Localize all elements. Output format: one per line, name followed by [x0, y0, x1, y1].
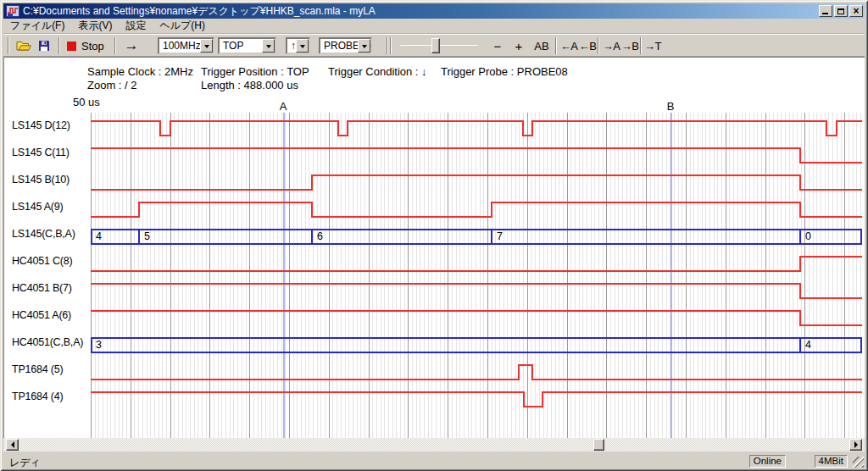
menu-item[interactable]: ヘルプ(H): [153, 18, 212, 34]
bus-value: 4: [96, 230, 102, 242]
stop-button[interactable]: Stop: [65, 36, 111, 55]
stop-label: Stop: [81, 40, 104, 53]
bus-value: 6: [317, 230, 323, 242]
bus-value: 0: [805, 230, 811, 242]
channel-label-column: LS145 D(12)LS145 C(11)LS145 B(10)LS145 A…: [3, 113, 91, 438]
maximize-button[interactable]: [834, 5, 848, 17]
trigger-position-info: Trigger Position : TOP: [201, 65, 309, 78]
status-ready-text: レディ: [9, 456, 41, 470]
toolbar-separator: [555, 37, 557, 54]
waveform-panel: Sample Clock : 2MHz Trigger Position : T…: [3, 57, 865, 438]
toolbar-separator: [390, 37, 392, 54]
arrow-left-icon: [8, 441, 14, 448]
goto-trigger-button[interactable]: →T: [643, 36, 662, 55]
channel-label[interactable]: HC4051 C(8): [12, 255, 72, 267]
toolbar-separator: [58, 37, 60, 54]
waveform-svg[interactable]: 4567034: [91, 113, 862, 438]
resize-grip[interactable]: [853, 457, 864, 468]
zoom-info: Zoom : / 2: [87, 79, 137, 91]
chevron-down-icon: [266, 45, 271, 51]
bus-value: 7: [497, 230, 503, 242]
close-icon: ×: [853, 7, 859, 15]
menu-item[interactable]: 表示(V): [71, 18, 119, 34]
status-bar: レディ Online 4MBit: [3, 454, 865, 468]
trigger-position-combo[interactable]: TOP: [218, 37, 276, 54]
trigger-edge-combo[interactable]: ↑: [286, 37, 310, 54]
slider-thumb[interactable]: [431, 38, 440, 53]
channel-label[interactable]: HC4051 A(6): [12, 309, 71, 321]
trigger-position-value: TOP: [223, 39, 243, 53]
time-scale-label: 50 us: [73, 96, 100, 108]
dropdown-button[interactable]: [358, 39, 370, 53]
zoom-out-button[interactable]: −: [488, 36, 507, 55]
sample-clock-value: 100MHz: [163, 39, 201, 53]
menu-bar: ファイル(F)表示(V)設定ヘルプ(H): [3, 19, 865, 34]
channel-label[interactable]: HC4051 B(7): [12, 282, 72, 294]
chevron-down-icon: [362, 45, 367, 51]
zoom-in-button[interactable]: +: [509, 36, 528, 55]
scroll-right-button[interactable]: [849, 439, 862, 451]
length-info: Length : 488.000 us: [201, 79, 298, 91]
dropdown-button[interactable]: [296, 39, 309, 53]
title-bar: C:¥Documents and Settings¥noname¥デスクトップ¥…: [3, 3, 865, 19]
window-title: C:¥Documents and Settings¥noname¥デスクトップ¥…: [23, 4, 819, 18]
toolbar-separator: [640, 37, 642, 54]
trigger-condition-info: Trigger Condition : ↓: [328, 65, 427, 78]
trigger-probe-combo[interactable]: PROBE00: [319, 37, 372, 54]
marker-b-label[interactable]: B: [667, 100, 675, 113]
toolbar: Stop → 100MHz TOP ↑ PROBE00 − + AB ←A: [3, 34, 865, 57]
menu-item[interactable]: 設定: [119, 18, 153, 34]
bus-value: 4: [805, 339, 811, 351]
toolbar-separator: [114, 37, 116, 54]
toolbar-separator: [598, 37, 599, 54]
channel-label[interactable]: TP1684 (4): [12, 391, 64, 402]
open-button[interactable]: [14, 36, 34, 55]
chevron-down-icon: [204, 45, 209, 51]
channel-label[interactable]: TP1684 (5): [12, 363, 64, 375]
open-folder-icon: [16, 40, 31, 52]
app-window: C:¥Documents and Settings¥noname¥デスクトップ¥…: [0, 0, 868, 471]
memory-indicator: 4MBit: [815, 455, 848, 468]
channel-label[interactable]: LS145 B(10): [12, 174, 70, 186]
save-button[interactable]: [34, 36, 54, 55]
channel-label[interactable]: LS145 C(11): [12, 147, 70, 158]
ab-button[interactable]: AB: [531, 36, 553, 55]
arrow-right-icon: [854, 441, 861, 448]
goto-marker-a-left-button[interactable]: ←A: [559, 36, 578, 55]
dropdown-button[interactable]: [262, 39, 275, 53]
sample-clock-info: Sample Clock : 2MHz: [87, 65, 193, 78]
channel-label[interactable]: HC4051(C,B,A): [12, 336, 83, 348]
goto-marker-a-right-button[interactable]: →A: [602, 36, 620, 55]
save-floppy-icon: [38, 40, 50, 52]
menu-item[interactable]: ファイル(F): [3, 18, 71, 34]
stop-icon: [67, 42, 76, 51]
dropdown-button[interactable]: [200, 39, 213, 53]
scrollbar-thumb[interactable]: [593, 439, 604, 451]
bus-value: 5: [144, 230, 150, 242]
scroll-left-button[interactable]: [6, 439, 19, 451]
minimize-button[interactable]: [819, 5, 832, 17]
toolbar-grip[interactable]: [8, 37, 9, 54]
trigger-probe-info: Trigger Probe : PROBE08: [441, 65, 568, 78]
marker-a-label[interactable]: A: [280, 100, 287, 113]
run-button[interactable]: →: [120, 36, 143, 55]
goto-marker-b-left-button[interactable]: ←B: [578, 36, 597, 55]
sample-clock-combo[interactable]: 100MHz: [158, 37, 214, 54]
close-button[interactable]: ×: [849, 5, 863, 17]
toolbar-separator: [387, 37, 388, 54]
zoom-slider[interactable]: [395, 36, 483, 55]
goto-marker-b-right-button[interactable]: →B: [620, 36, 639, 55]
h-scrollbar[interactable]: [3, 438, 865, 452]
app-icon: [6, 4, 19, 18]
bus-value: 3: [96, 339, 102, 351]
channel-label[interactable]: LS145(C,B,A): [12, 228, 75, 240]
chevron-down-icon: [300, 45, 305, 51]
maximize-icon: [837, 8, 844, 14]
channel-label[interactable]: LS145 A(9): [12, 201, 64, 213]
online-indicator: Online: [749, 455, 786, 468]
minimize-icon: [822, 13, 828, 14]
channel-label[interactable]: LS145 D(12): [12, 119, 70, 131]
